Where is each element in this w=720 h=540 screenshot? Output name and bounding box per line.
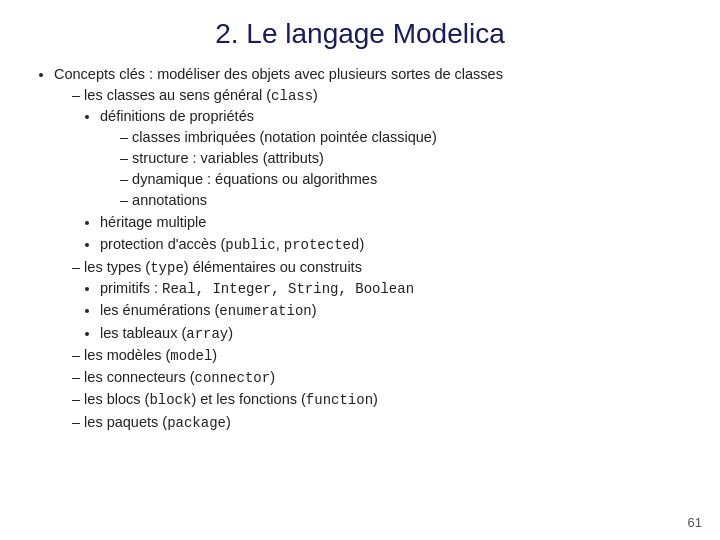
protection-post: ) <box>359 236 364 252</box>
enum-post: ) <box>312 302 317 318</box>
model-keyword: model <box>170 348 212 364</box>
connecteurs-post: ) <box>270 369 275 385</box>
page-number: 61 <box>688 515 702 530</box>
definitions-list: définitions de propriétés classes imbriq… <box>100 106 688 255</box>
heritage-bullet: héritage multiple <box>100 212 688 233</box>
main-bullet: Concepts clés : modéliser des objets ave… <box>54 64 688 433</box>
types-pre: les types ( <box>84 259 150 275</box>
def-item-4: annotations <box>120 190 688 211</box>
section-types: les types (type) élémentaires ou constru… <box>72 257 688 344</box>
types-primitifs: primitifs : Real, Integer, String, Boole… <box>100 278 688 299</box>
array-pre: les tableaux ( <box>100 325 186 341</box>
public-keyword: public <box>225 237 275 253</box>
section-list: les classes au sens général (class) défi… <box>72 85 688 433</box>
main-bullet-text: Concepts clés : modéliser des objets ave… <box>54 66 503 82</box>
section-classes: les classes au sens général (class) défi… <box>72 85 688 256</box>
types-post: ) élémentaires ou construits <box>184 259 362 275</box>
definitions-bullet: définitions de propriétés classes imbriq… <box>100 106 688 211</box>
def-item-2: structure : variables (attributs) <box>120 148 688 169</box>
definitions-items: classes imbriquées (notation pointée cla… <box>120 127 688 211</box>
definitions-label: définitions de propriétés <box>100 108 254 124</box>
def-item-1: classes imbriquées (notation pointée cla… <box>120 127 688 148</box>
primitifs-pre: primitifs : <box>100 280 162 296</box>
enum-pre: les énumérations ( <box>100 302 219 318</box>
section-modeles: les modèles (model) <box>72 345 688 366</box>
section-blocs: les blocs (block) et les fonctions (func… <box>72 389 688 410</box>
blocs-pre: les blocs ( <box>84 391 149 407</box>
package-keyword: package <box>167 415 226 431</box>
classes-label-pre: les classes au sens général ( <box>84 87 271 103</box>
section-connecteurs: les connecteurs (connector) <box>72 367 688 388</box>
paquets-pre: les paquets ( <box>84 414 167 430</box>
slide-title: 2. Le langage Modelica <box>32 18 688 50</box>
connecteurs-pre: les connecteurs ( <box>84 369 194 385</box>
block-keyword: block <box>149 392 191 408</box>
enum-keyword: enumeration <box>219 303 311 319</box>
section-paquets: les paquets (package) <box>72 412 688 433</box>
primitifs-types: Real, Integer, String, Boolean <box>162 281 414 297</box>
paquets-post: ) <box>226 414 231 430</box>
heritage-text: héritage multiple <box>100 214 206 230</box>
protected-keyword: protected <box>284 237 360 253</box>
types-array: les tableaux (array) <box>100 323 688 344</box>
array-keyword: array <box>186 326 228 342</box>
protection-sep: , <box>276 236 284 252</box>
array-post: ) <box>228 325 233 341</box>
types-enum: les énumérations (enumeration) <box>100 300 688 321</box>
blocs-post: ) <box>373 391 378 407</box>
def-item-3: dynamique : équations ou algorithmes <box>120 169 688 190</box>
main-list: Concepts clés : modéliser des objets ave… <box>54 64 688 433</box>
protection-bullet: protection d'accès (public, protected) <box>100 234 688 255</box>
slide-container: 2. Le langage Modelica Concepts clés : m… <box>0 0 720 540</box>
modeles-pre: les modèles ( <box>84 347 170 363</box>
blocs-mid: ) et les fonctions ( <box>191 391 305 407</box>
connector-keyword: connector <box>195 370 271 386</box>
type-keyword: type <box>150 260 184 276</box>
slide-content: Concepts clés : modéliser des objets ave… <box>32 64 688 433</box>
function-keyword: function <box>306 392 373 408</box>
protection-pre: protection d'accès ( <box>100 236 225 252</box>
types-list: primitifs : Real, Integer, String, Boole… <box>100 278 688 344</box>
modeles-post: ) <box>212 347 217 363</box>
classes-label-post: ) <box>313 87 318 103</box>
classes-keyword: class <box>271 88 313 104</box>
